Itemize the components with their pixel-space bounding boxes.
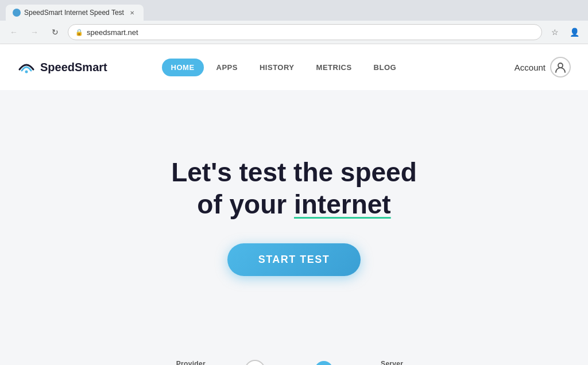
logo-icon [17,58,36,76]
server-block: Server Frankfurt, DE ⌄ [368,360,416,365]
info-center: IPv4 [245,360,333,365]
account-label: Account [514,63,546,72]
account-avatar [550,57,571,77]
lock-icon: 🔒 [75,29,83,36]
nav-links: HOME APPS HISTORY METRICS BLOG [162,59,406,76]
browser-chrome: SpeedSmart Internet Speed Test ✕ ← → ↻ 🔒… [0,0,588,44]
url-text: speedsmart.net [87,28,535,37]
hero-title: Let's test the speed of your internet [171,157,417,220]
tab-close-button[interactable]: ✕ [127,8,137,17]
hero-title-highlight: internet [294,189,391,219]
logo-text: SpeedSmart [40,61,107,74]
hero-title-line1: Let's test the speed [171,157,417,187]
ipv-badge: IPv4 [245,360,265,365]
back-button[interactable]: ← [6,24,22,40]
tab-title: SpeedSmart Internet Speed Test [24,9,124,17]
nav-metrics[interactable]: METRICS [307,59,361,76]
svg-point-1 [558,63,563,68]
account-section[interactable]: Account [514,57,571,77]
hero-title-line2-prefix: of your [197,189,294,219]
logo[interactable]: SpeedSmart [17,58,107,76]
nav-history[interactable]: HISTORY [250,59,304,76]
svg-point-0 [25,71,28,73]
reload-button[interactable]: ↻ [47,24,63,40]
account-button[interactable]: 👤 [566,24,582,40]
browser-toolbar: ← → ↻ 🔒 speedsmart.net ☆ 👤 [0,21,588,44]
nav-home[interactable]: HOME [162,59,204,76]
bottom-info: Provider ⌄ OVH SAS IPv4 [0,354,588,365]
address-bar[interactable]: 🔒 speedsmart.net [68,24,542,40]
browser-actions: ☆ 👤 [547,24,582,40]
nav-blog[interactable]: BLOG [365,59,406,76]
browser-tab[interactable]: SpeedSmart Internet Speed Test ✕ [6,5,144,21]
tab-favicon [13,9,21,17]
nav-apps[interactable]: APPS [207,59,247,76]
website-content: SpeedSmart HOME APPS HISTORY METRICS BLO… [0,44,588,365]
hero-section: Let's test the speed of your internet ST… [0,90,588,354]
provider-label: Provider [176,360,206,365]
provider-block: Provider ⌄ OVH SAS [172,360,210,365]
bookmark-button[interactable]: ☆ [547,24,563,40]
next-server-button[interactable] [315,361,333,365]
server-label: Server [381,360,403,365]
main-nav: SpeedSmart HOME APPS HISTORY METRICS BLO… [0,44,588,90]
start-test-button[interactable]: START TEST [227,243,361,276]
forward-button[interactable]: → [26,24,42,40]
browser-tabs: SpeedSmart Internet Speed Test ✕ [0,0,588,21]
